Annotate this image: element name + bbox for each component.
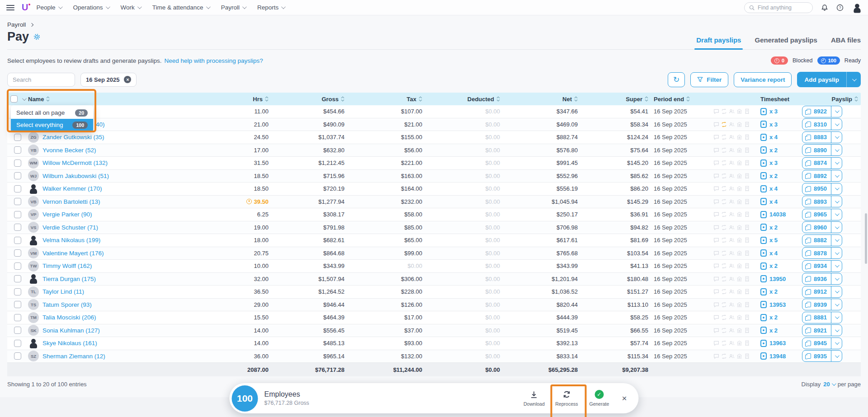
nav-item-operations[interactable]: Operations xyxy=(73,4,109,11)
table-row[interactable]: Velma Nikolaus (199) 18.00 $682.61 $65.0… xyxy=(7,234,861,247)
payslip-button[interactable]: 8939 xyxy=(802,299,842,310)
people-icon[interactable] xyxy=(729,122,735,127)
bank-icon[interactable] xyxy=(736,122,742,127)
payslip-button[interactable]: 8921 xyxy=(802,324,842,336)
receipt-icon[interactable] xyxy=(744,250,750,256)
people-icon[interactable] xyxy=(729,328,735,333)
row-checkbox[interactable] xyxy=(14,275,21,282)
help-icon[interactable]: ? xyxy=(836,4,844,11)
payslip-dropdown[interactable] xyxy=(831,132,842,143)
sort-icon[interactable] xyxy=(574,96,578,102)
table-row[interactable]: Skye Nikolaus (161) 14.00 $485.13 $93.00… xyxy=(7,337,861,350)
comment-icon[interactable] xyxy=(713,211,719,217)
receipt-icon[interactable] xyxy=(744,302,750,308)
notifications-bell-icon[interactable] xyxy=(821,4,828,11)
timesheet-link[interactable]: x 3 xyxy=(769,121,778,128)
table-row[interactable]: Walker Kemmer (170) 18.50 $720.19 $164.0… xyxy=(7,183,861,196)
nav-item-time-attendance[interactable]: Time & attendance xyxy=(152,4,209,11)
people-icon[interactable] xyxy=(729,263,735,269)
payslip-dropdown[interactable] xyxy=(831,145,842,155)
tab-generated-payslips[interactable]: Generated payslips xyxy=(755,36,817,49)
payslip-button[interactable]: 8912 xyxy=(802,286,842,298)
variance-report-button[interactable]: Variance report xyxy=(734,72,792,87)
column-header-payslip[interactable]: Payslip xyxy=(802,96,861,103)
people-icon[interactable] xyxy=(729,250,735,256)
payslip-dropdown[interactable] xyxy=(831,235,842,246)
user-avatar[interactable] xyxy=(852,3,862,12)
table-row[interactable]: VMValentine Mayert (176) 20.75 $864.68 $… xyxy=(7,247,861,260)
timesheet-link[interactable]: x 4 xyxy=(769,185,778,192)
employee-link[interactable]: 40) xyxy=(96,121,105,128)
table-row[interactable]: Tierra Durgan (175) 32.00 $1,507.94 $306… xyxy=(7,273,861,286)
table-row[interactable]: TWTimmy Wolff (162) 10.00 $343.99 $0.00 … xyxy=(7,260,861,273)
recurring-icon[interactable] xyxy=(721,173,727,179)
row-checkbox[interactable] xyxy=(14,185,21,192)
receipt-icon[interactable] xyxy=(744,147,750,153)
comment-icon[interactable] xyxy=(713,237,719,243)
payslip-button[interactable]: 8890 xyxy=(802,144,842,156)
column-header-super[interactable]: Super xyxy=(580,96,651,103)
payslip-button[interactable]: 8874 xyxy=(802,157,842,169)
payslip-dropdown[interactable] xyxy=(831,119,842,130)
comment-icon[interactable] xyxy=(713,314,719,320)
timesheet-link[interactable]: x 4 xyxy=(769,134,778,141)
payslip-button[interactable]: 8892 xyxy=(802,170,842,182)
people-icon[interactable] xyxy=(729,237,735,243)
table-row[interactable]: 40) 21.00 $490.09 $21.00 $0.00 $469.09 $… xyxy=(7,118,861,131)
row-checkbox[interactable] xyxy=(14,211,21,218)
people-icon[interactable] xyxy=(729,225,735,230)
people-icon[interactable] xyxy=(729,173,735,179)
people-icon[interactable] xyxy=(729,108,735,114)
people-icon[interactable] xyxy=(729,199,735,205)
recurring-icon[interactable] xyxy=(721,340,727,346)
people-icon[interactable] xyxy=(729,147,735,153)
timesheet-link[interactable]: x 2 xyxy=(769,314,778,321)
row-checkbox[interactable] xyxy=(14,314,21,321)
column-header-gross[interactable]: Gross xyxy=(271,96,347,103)
row-checkbox[interactable] xyxy=(14,159,21,167)
bank-icon[interactable] xyxy=(736,250,742,256)
employee-link[interactable]: Vernon Bartoletti (13) xyxy=(42,198,100,205)
receipt-icon[interactable] xyxy=(744,263,750,269)
recurring-icon[interactable] xyxy=(721,199,727,205)
timesheet-link[interactable]: x 3 xyxy=(769,108,778,115)
clear-date-icon[interactable]: × xyxy=(124,76,131,83)
recurring-icon[interactable] xyxy=(721,314,727,320)
table-row[interactable]: TLTaylor Lind (11) 36.50 $1,264.52 $228.… xyxy=(7,286,861,299)
timesheet-link[interactable]: 13963 xyxy=(769,340,786,347)
select-all-checkbox[interactable] xyxy=(10,95,18,103)
vertical-scrollbar[interactable] xyxy=(865,213,867,264)
timesheet-link[interactable]: x 4 xyxy=(769,198,778,205)
add-payslip-button[interactable]: Add payslip xyxy=(797,72,861,87)
row-checkbox[interactable] xyxy=(14,134,21,141)
employee-link[interactable]: Taylor Lind (11) xyxy=(42,288,84,295)
refresh-button[interactable]: ↻ xyxy=(668,72,685,87)
comment-icon[interactable] xyxy=(713,199,719,205)
table-row[interactable]: WJWilburn Jakubowski (51) 18.50 $715.96 … xyxy=(7,170,861,183)
payslip-button[interactable]: 8878 xyxy=(802,247,842,259)
row-checkbox[interactable] xyxy=(14,262,21,270)
sort-icon[interactable] xyxy=(854,96,858,102)
bank-icon[interactable] xyxy=(736,353,742,359)
payslip-button[interactable]: 8965 xyxy=(802,209,842,220)
bank-icon[interactable] xyxy=(736,147,742,153)
receipt-icon[interactable] xyxy=(744,186,750,192)
employee-link[interactable]: Sonia Kuhlman (127) xyxy=(42,327,100,334)
employee-link[interactable]: Willow McDermott (132) xyxy=(42,159,108,166)
breadcrumb-payroll-link[interactable]: Payroll xyxy=(7,21,26,28)
comment-icon[interactable] xyxy=(713,108,719,114)
sort-icon[interactable] xyxy=(419,96,422,102)
bank-icon[interactable] xyxy=(736,108,742,114)
comment-icon[interactable] xyxy=(713,276,719,282)
column-header-tax[interactable]: Tax xyxy=(347,96,425,103)
payslip-button[interactable]: 8936 xyxy=(802,273,842,285)
employee-link[interactable]: Skye Nikolaus (161) xyxy=(42,340,97,347)
payslip-dropdown[interactable] xyxy=(831,273,842,284)
bank-icon[interactable] xyxy=(736,134,742,140)
receipt-icon[interactable] xyxy=(744,173,750,179)
employee-link[interactable]: Talia Mosciski (206) xyxy=(42,314,96,321)
timesheet-link[interactable]: x 2 xyxy=(769,224,778,231)
bank-icon[interactable] xyxy=(736,199,742,205)
receipt-icon[interactable] xyxy=(744,289,750,295)
timesheet-link[interactable]: 14038 xyxy=(769,211,786,218)
